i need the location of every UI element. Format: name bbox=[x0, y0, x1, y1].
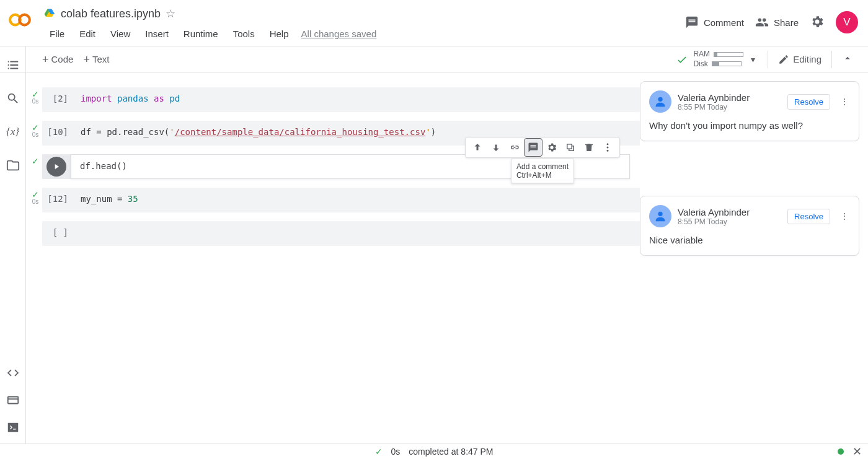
comment-time: 8:55 PM Today bbox=[678, 103, 750, 111]
comment-more-button[interactable]: ⋮ bbox=[836, 211, 850, 221]
person-icon bbox=[653, 95, 667, 108]
add-text-button[interactable]: +Text bbox=[78, 51, 114, 68]
gear-icon bbox=[810, 14, 825, 29]
comment-author: Valeria Aynbinder bbox=[678, 207, 750, 217]
notebook-title[interactable]: colab features.ipynb bbox=[61, 7, 161, 20]
star-icon[interactable]: ☆ bbox=[166, 7, 175, 20]
cell-settings-button[interactable] bbox=[542, 138, 561, 157]
menu-help[interactable]: Help bbox=[264, 26, 295, 42]
menu-runtime[interactable]: Runtime bbox=[177, 26, 224, 42]
menu-tools[interactable]: Tools bbox=[227, 26, 261, 42]
delete-cell-button[interactable] bbox=[580, 138, 598, 157]
menu-view[interactable]: View bbox=[104, 26, 136, 42]
comment-card[interactable]: Valeria Aynbinder 8:55 PM Today Resolve … bbox=[640, 81, 859, 141]
svg-point-5 bbox=[607, 147, 609, 149]
cell-status: ✓ bbox=[30, 156, 41, 166]
main: ✓0s [2] import pandas as pd ✓0s [10] df … bbox=[26, 72, 868, 444]
comments-panel: Valeria Aynbinder 8:55 PM Today Resolve … bbox=[640, 72, 868, 444]
settings-button[interactable] bbox=[810, 14, 825, 31]
cell-prompt: [12] bbox=[42, 188, 72, 212]
terminal-button[interactable] bbox=[6, 420, 20, 435]
comment-avatar bbox=[649, 205, 671, 227]
terminal-bar-icon bbox=[6, 393, 20, 407]
resource-meter[interactable]: RAM Disk bbox=[693, 50, 743, 69]
notebook-area: ✓0s [2] import pandas as pd ✓0s [10] df … bbox=[26, 72, 640, 444]
code-snippets-button[interactable] bbox=[6, 365, 20, 380]
cell-prompt: [10] bbox=[42, 121, 72, 146]
list-icon bbox=[6, 58, 20, 72]
menu-bar: File Edit View Insert Runtime Tools Help… bbox=[43, 26, 685, 42]
status-dot-icon bbox=[838, 448, 844, 455]
gear-icon bbox=[546, 142, 557, 153]
play-icon bbox=[52, 162, 61, 171]
cell-status: ✓0s bbox=[30, 89, 41, 105]
code-cell[interactable]: [ ] bbox=[42, 221, 640, 246]
cell-prompt: [2] bbox=[42, 87, 72, 112]
code-cell-active[interactable]: ✓ df.head() Add a comment Ctrl+Alt+M bbox=[42, 154, 630, 179]
link-icon bbox=[509, 142, 520, 153]
folder-icon bbox=[6, 159, 20, 172]
cell-prompt: [ ] bbox=[42, 221, 72, 246]
cell-status: ✓0s bbox=[30, 190, 41, 205]
menu-insert[interactable]: Insert bbox=[139, 26, 175, 42]
move-down-button[interactable] bbox=[487, 138, 505, 157]
toc-button[interactable] bbox=[6, 58, 20, 72]
command-palette-button[interactable] bbox=[6, 393, 20, 408]
comment-button[interactable]: Comment bbox=[685, 15, 744, 29]
resource-menu-dropdown[interactable]: ▾ bbox=[743, 55, 763, 64]
share-button[interactable]: Share bbox=[755, 15, 799, 29]
cell-code[interactable] bbox=[72, 221, 640, 246]
comment-author: Valeria Aynbinder bbox=[678, 92, 750, 103]
editing-mode-button[interactable]: Editing bbox=[773, 54, 826, 65]
mirror-icon bbox=[565, 142, 576, 153]
resolve-button[interactable]: Resolve bbox=[787, 94, 830, 110]
cell-toolbar bbox=[465, 137, 620, 158]
code-cell[interactable]: ✓0s [12] my_num = 35 bbox=[42, 188, 640, 212]
menu-edit[interactable]: Edit bbox=[73, 26, 102, 42]
svg-point-4 bbox=[607, 143, 609, 145]
trash-icon bbox=[583, 142, 595, 153]
resolve-button[interactable]: Resolve bbox=[787, 209, 830, 224]
people-icon bbox=[755, 15, 769, 29]
find-button[interactable] bbox=[6, 91, 20, 106]
svg-rect-2 bbox=[7, 397, 18, 404]
person-icon bbox=[653, 209, 667, 223]
mirror-cell-button[interactable] bbox=[561, 138, 580, 157]
tooltip: Add a comment Ctrl+Alt+M bbox=[511, 159, 574, 183]
add-comment-button[interactable] bbox=[524, 138, 542, 157]
code-cell[interactable]: ✓0s [2] import pandas as pd bbox=[42, 87, 640, 112]
svg-rect-3 bbox=[7, 423, 18, 432]
files-button[interactable] bbox=[6, 158, 20, 173]
terminal-icon bbox=[6, 421, 20, 434]
status-check-icon: ✓ bbox=[375, 447, 383, 457]
status-message: completed at 8:47 PM bbox=[409, 447, 493, 457]
add-code-button[interactable]: +Code bbox=[37, 51, 78, 68]
svg-point-8 bbox=[658, 212, 662, 216]
status-duration: 0s bbox=[391, 447, 401, 457]
pencil-icon bbox=[778, 54, 789, 65]
header: colab features.ipynb ☆ File Edit View In… bbox=[0, 0, 868, 46]
cell-code[interactable]: import pandas as pd bbox=[72, 87, 640, 112]
left-rail: {x} bbox=[0, 46, 26, 444]
search-icon bbox=[6, 92, 20, 105]
variables-button[interactable]: {x} bbox=[6, 125, 20, 139]
status-close-button[interactable]: ✕ bbox=[852, 445, 862, 458]
cell-status: ✓0s bbox=[30, 123, 41, 138]
avatar[interactable]: V bbox=[836, 11, 858, 33]
cell-code[interactable]: my_num = 35 bbox=[72, 188, 640, 212]
drive-icon bbox=[43, 7, 56, 20]
colab-logo bbox=[7, 7, 32, 32]
comment-card[interactable]: Valeria Aynbinder 8:55 PM Today Resolve … bbox=[640, 196, 859, 256]
status-bar: ✓ 0s completed at 8:47 PM ✕ bbox=[0, 444, 868, 459]
save-status[interactable]: All changes saved bbox=[301, 28, 377, 39]
move-up-button[interactable] bbox=[468, 138, 487, 157]
comment-body: Why don't you import numpy as well? bbox=[649, 119, 850, 132]
svg-point-7 bbox=[658, 97, 662, 102]
menu-file[interactable]: File bbox=[43, 26, 71, 42]
collapse-button[interactable] bbox=[837, 53, 858, 66]
arrow-up-icon bbox=[472, 142, 483, 153]
link-button[interactable] bbox=[505, 138, 524, 157]
run-cell-button[interactable] bbox=[42, 154, 71, 179]
comment-more-button[interactable]: ⋮ bbox=[836, 97, 850, 107]
cell-more-button[interactable] bbox=[598, 138, 617, 157]
